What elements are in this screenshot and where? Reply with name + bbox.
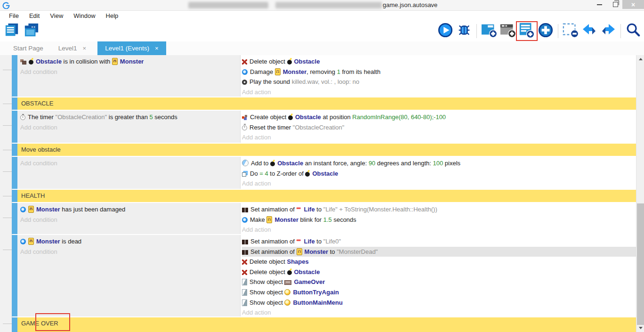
event-group-row[interactable]: GAME OVER bbox=[17, 317, 636, 332]
text-segment: Create object bbox=[250, 113, 288, 121]
vertical-scrollbar[interactable] bbox=[636, 55, 644, 332]
tree-tick bbox=[3, 250, 12, 250]
text-segment: Monster bbox=[305, 248, 329, 255]
add-condition-button[interactable]: Add condition bbox=[20, 158, 237, 169]
add-action-button[interactable]: Add action bbox=[242, 308, 636, 316]
text-segment: Reset the timer bbox=[250, 124, 293, 131]
scrollbar-thumb[interactable] bbox=[637, 203, 644, 325]
button-icon bbox=[284, 300, 290, 306]
action-line[interactable]: Make Monster blink for 1.5 seconds bbox=[242, 215, 636, 225]
event-group-label[interactable]: GAME OVER bbox=[17, 317, 636, 330]
text-segment: Delete object bbox=[250, 58, 287, 65]
add-button[interactable] bbox=[537, 22, 555, 40]
project-manager-button[interactable] bbox=[3, 22, 21, 40]
tree-tick bbox=[3, 324, 12, 324]
menu-item-file[interactable]: File bbox=[4, 11, 24, 21]
add-action-button[interactable]: Add action bbox=[242, 132, 636, 143]
condition-line[interactable]: Monster is dead bbox=[20, 236, 237, 247]
action-line[interactable]: Show object GameOver bbox=[242, 277, 636, 287]
event-group-label[interactable]: HEALTH bbox=[17, 190, 636, 202]
bomb-icon bbox=[305, 172, 310, 177]
add-scene-button[interactable] bbox=[480, 22, 498, 40]
scroll-down-arrow[interactable] bbox=[636, 324, 644, 332]
text-segment: has just been damaged bbox=[60, 206, 126, 213]
action-line[interactable]: Set animation of Life to "Life0" bbox=[242, 236, 636, 247]
tree-tick bbox=[3, 125, 12, 126]
event-group-label[interactable]: Move obstacle bbox=[17, 144, 636, 156]
tab-close-icon[interactable]: × bbox=[83, 45, 87, 52]
menu-item-edit[interactable]: Edit bbox=[24, 11, 45, 21]
redo-button[interactable] bbox=[599, 22, 617, 40]
text-segment: 5 bbox=[150, 113, 153, 121]
add-action-button[interactable]: Add action bbox=[242, 178, 636, 189]
tab-level1-events[interactable]: Level1 (Events)× bbox=[97, 41, 166, 55]
condition-line[interactable]: Obstacle is in collision with Monster bbox=[20, 57, 237, 67]
tab-label: Start Page bbox=[13, 45, 43, 52]
preview-button[interactable] bbox=[436, 22, 454, 40]
text-segment: Add action bbox=[242, 89, 271, 96]
tab-bar: Start PageLevel1×Level1 (Events)× bbox=[0, 41, 644, 55]
conditions-cell: Monster is deadAdd condition bbox=[17, 235, 240, 316]
tab-level1[interactable]: Level1× bbox=[51, 41, 94, 55]
text-segment: ButtonMainMenu bbox=[293, 299, 342, 306]
add-condition-button[interactable]: Add condition bbox=[20, 215, 237, 225]
tab-start-page[interactable]: Start Page bbox=[6, 41, 51, 55]
text-segment: is greater than bbox=[107, 113, 149, 121]
delete-event-button[interactable] bbox=[562, 22, 580, 40]
add-action-button[interactable]: Add action bbox=[242, 225, 636, 234]
action-line[interactable]: Show object ButtonMainMenu bbox=[242, 298, 636, 308]
add-action-button[interactable]: Add action bbox=[242, 87, 636, 97]
event-group-label[interactable]: OBSTACLE bbox=[17, 97, 636, 110]
add-external-events-button[interactable] bbox=[499, 22, 517, 40]
menu-item-help[interactable]: Help bbox=[101, 11, 124, 21]
text-segment: Obstacle bbox=[36, 58, 62, 65]
event-group-row[interactable]: HEALTH bbox=[17, 190, 636, 202]
tab-close-icon[interactable]: × bbox=[155, 45, 159, 52]
menu-bar: FileEditViewWindowHelp bbox=[0, 11, 644, 21]
monster-icon bbox=[28, 206, 34, 213]
menu-item-window[interactable]: Window bbox=[68, 11, 100, 21]
text-segment: Add condition bbox=[20, 248, 57, 255]
action-line[interactable]: Delete object Obstacle bbox=[242, 267, 636, 277]
bomb-icon bbox=[270, 162, 275, 166]
event-group-row[interactable]: Move obstacle bbox=[17, 144, 636, 156]
action-line[interactable]: Play the sound killed.wav, vol.: , loop:… bbox=[242, 77, 636, 87]
action-line[interactable]: Add to Obstacle an instant force, angle:… bbox=[242, 158, 636, 169]
toolbar-separator bbox=[620, 24, 621, 38]
bomb-icon bbox=[288, 115, 293, 120]
action-line[interactable]: Delete object Shapes bbox=[242, 257, 636, 267]
action-line[interactable]: Set animation of Monster to "MonsterDead… bbox=[242, 247, 636, 257]
condition-line[interactable]: The timer "ObstacleCreation" is greater … bbox=[20, 112, 237, 122]
minimize-button[interactable] bbox=[592, 0, 606, 9]
undo-button[interactable] bbox=[580, 22, 598, 40]
close-button[interactable]: × bbox=[622, 0, 644, 9]
scroll-up-arrow[interactable] bbox=[636, 55, 644, 63]
scene-editor-button[interactable] bbox=[23, 22, 40, 40]
event-selection-bar bbox=[12, 97, 17, 110]
add-condition-button[interactable]: Add condition bbox=[20, 247, 237, 257]
action-line[interactable]: Do = 4 to Z-order of Obstacle bbox=[242, 169, 636, 179]
life-icon bbox=[297, 239, 304, 244]
event-group-row[interactable]: OBSTACLE bbox=[17, 97, 636, 110]
condition-line[interactable]: Monster has just been damaged bbox=[20, 204, 237, 215]
restore-button[interactable] bbox=[608, 0, 622, 9]
toolbar-separator bbox=[476, 24, 477, 38]
add-condition-button[interactable]: Add condition bbox=[20, 122, 237, 133]
search-button[interactable] bbox=[624, 22, 642, 40]
text-segment: Obstacle bbox=[294, 58, 320, 65]
conditions-cell: The timer "ObstacleCreation" is greater … bbox=[17, 111, 240, 143]
action-line[interactable]: Show object ButtonTryAgain bbox=[242, 287, 636, 298]
action-line[interactable]: Damage Monster, removing 1 from its heal… bbox=[242, 67, 636, 77]
text-segment: "Life" + ToString(Monster.Health::Health… bbox=[323, 206, 437, 213]
text-segment: pixels bbox=[443, 160, 460, 167]
text-segment: Delete object bbox=[250, 258, 287, 265]
debug-button[interactable] bbox=[455, 22, 473, 40]
add-condition-button[interactable]: Add condition bbox=[20, 67, 237, 77]
action-line[interactable]: Reset the timer "ObstacleCreation" bbox=[242, 122, 636, 133]
add-event-button[interactable] bbox=[518, 22, 536, 40]
action-line[interactable]: Delete object Obstacle bbox=[242, 57, 636, 67]
action-line[interactable]: Create object Obstacle at position Rando… bbox=[242, 112, 636, 122]
menu-item-view[interactable]: View bbox=[45, 11, 68, 21]
action-line[interactable]: Set animation of Life to "Life" + ToStri… bbox=[242, 204, 636, 215]
text-segment: Obstacle bbox=[294, 268, 320, 275]
